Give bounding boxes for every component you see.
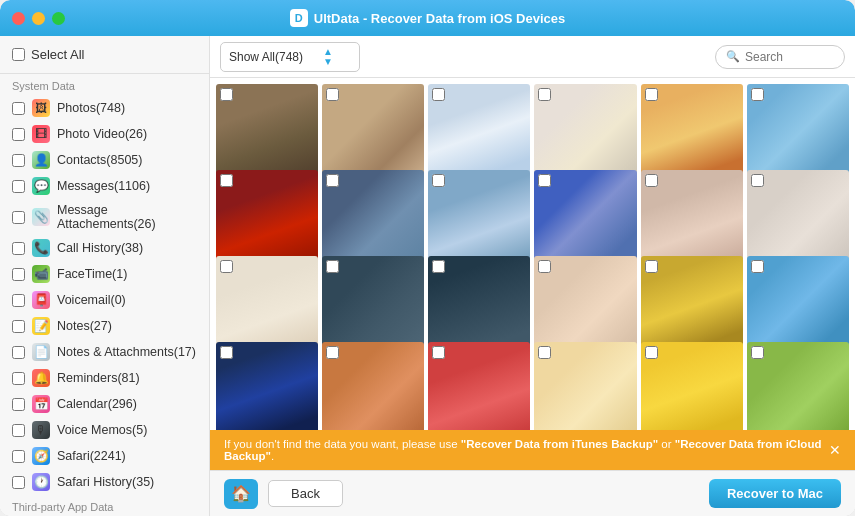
home-icon: 🏠 xyxy=(231,484,251,503)
photo-checkbox-3[interactable] xyxy=(538,88,551,101)
bottom-bar: 🏠 Back Recover to Mac xyxy=(210,470,855,516)
photo-checkbox-2[interactable] xyxy=(432,88,445,101)
sidebar-item-facetime[interactable]: 📹 FaceTime(1) xyxy=(0,261,209,287)
sidebar-item-photo-video[interactable]: 🎞 Photo Video(26) xyxy=(0,121,209,147)
facetime-label: FaceTime(1) xyxy=(57,267,127,281)
photo-checkbox-16[interactable] xyxy=(645,260,658,273)
photo-item-20[interactable] xyxy=(428,342,530,430)
sidebar-item-message-attachments[interactable]: 📎 Message Attachements(26) xyxy=(0,199,209,235)
photo-checkbox-8[interactable] xyxy=(432,174,445,187)
sidebar-item-call-history[interactable]: 📞 Call History(38) xyxy=(0,235,209,261)
photo-item-21[interactable] xyxy=(534,342,636,430)
filter-dropdown[interactable]: Show All(748) ▲ ▼ xyxy=(220,42,360,72)
voicemail-checkbox[interactable] xyxy=(12,294,25,307)
sidebar-item-calendar[interactable]: 📅 Calendar(296) xyxy=(0,391,209,417)
voice-memos-checkbox[interactable] xyxy=(12,424,25,437)
third-party-section-title: Third-party App Data xyxy=(0,495,209,516)
toolbar: Show All(748) ▲ ▼ 🔍 xyxy=(210,36,855,78)
message-attachments-icon: 📎 xyxy=(32,208,50,226)
safari-history-label: Safari History(35) xyxy=(57,475,154,489)
messages-checkbox[interactable] xyxy=(12,180,25,193)
photo-checkbox-20[interactable] xyxy=(432,346,445,359)
safari-checkbox[interactable] xyxy=(12,450,25,463)
photos-label: Photos(748) xyxy=(57,101,125,115)
photo-checkbox-18[interactable] xyxy=(220,346,233,359)
messages-icon: 💬 xyxy=(32,177,50,195)
reminders-checkbox[interactable] xyxy=(12,372,25,385)
sidebar-header[interactable]: Select All xyxy=(0,36,209,74)
select-all-checkbox[interactable] xyxy=(12,48,25,61)
select-all-label: Select All xyxy=(31,47,84,62)
notification-close-button[interactable]: ✕ xyxy=(829,443,841,457)
safari-history-checkbox[interactable] xyxy=(12,476,25,489)
photo-checkbox-0[interactable] xyxy=(220,88,233,101)
search-icon: 🔍 xyxy=(726,50,740,63)
home-button[interactable]: 🏠 xyxy=(224,479,258,509)
window-controls xyxy=(12,12,65,25)
photo-checkbox-9[interactable] xyxy=(538,174,551,187)
search-input[interactable] xyxy=(745,50,834,64)
photo-checkbox-23[interactable] xyxy=(751,346,764,359)
photo-video-icon: 🎞 xyxy=(32,125,50,143)
photo-checkbox-7[interactable] xyxy=(326,174,339,187)
sidebar: Select All System Data 🖼 Photos(748) 🎞 P… xyxy=(0,36,210,516)
sidebar-item-notes-attachments[interactable]: 📄 Notes & Attachments(17) xyxy=(0,339,209,365)
photo-checkbox-1[interactable] xyxy=(326,88,339,101)
photo-item-19[interactable] xyxy=(322,342,424,430)
photo-checkbox-10[interactable] xyxy=(645,174,658,187)
voicemail-icon: 📮 xyxy=(32,291,50,309)
photo-checkbox-13[interactable] xyxy=(326,260,339,273)
call-history-checkbox[interactable] xyxy=(12,242,25,255)
sidebar-item-messages[interactable]: 💬 Messages(1106) xyxy=(0,173,209,199)
photo-checkbox-4[interactable] xyxy=(645,88,658,101)
voicemail-label: Voicemail(0) xyxy=(57,293,126,307)
sidebar-item-safari[interactable]: 🧭 Safari(2241) xyxy=(0,443,209,469)
filter-label: Show All(748) xyxy=(229,50,303,64)
calendar-label: Calendar(296) xyxy=(57,397,137,411)
photos-checkbox[interactable] xyxy=(12,102,25,115)
photo-video-checkbox[interactable] xyxy=(12,128,25,141)
notes-label: Notes(27) xyxy=(57,319,112,333)
photo-checkbox-19[interactable] xyxy=(326,346,339,359)
photo-checkbox-21[interactable] xyxy=(538,346,551,359)
photos-grid xyxy=(210,78,855,430)
notification-text: If you don't find the data you want, ple… xyxy=(224,438,829,462)
sidebar-item-contacts[interactable]: 👤 Contacts(8505) xyxy=(0,147,209,173)
maximize-button[interactable] xyxy=(52,12,65,25)
recover-button[interactable]: Recover to Mac xyxy=(709,479,841,508)
search-box: 🔍 xyxy=(715,45,845,69)
call-history-icon: 📞 xyxy=(32,239,50,257)
back-button[interactable]: Back xyxy=(268,480,343,507)
message-attachments-checkbox[interactable] xyxy=(12,211,25,224)
sidebar-item-notes[interactable]: 📝 Notes(27) xyxy=(0,313,209,339)
photo-checkbox-22[interactable] xyxy=(645,346,658,359)
photos-icon: 🖼 xyxy=(32,99,50,117)
close-button[interactable] xyxy=(12,12,25,25)
notes-attachments-label: Notes & Attachments(17) xyxy=(57,345,196,359)
photo-checkbox-6[interactable] xyxy=(220,174,233,187)
facetime-checkbox[interactable] xyxy=(12,268,25,281)
photo-item-18[interactable] xyxy=(216,342,318,430)
photo-checkbox-5[interactable] xyxy=(751,88,764,101)
notification-banner: If you don't find the data you want, ple… xyxy=(210,430,855,470)
photo-checkbox-17[interactable] xyxy=(751,260,764,273)
sidebar-item-voicemail[interactable]: 📮 Voicemail(0) xyxy=(0,287,209,313)
sidebar-item-photos[interactable]: 🖼 Photos(748) xyxy=(0,95,209,121)
sidebar-item-reminders[interactable]: 🔔 Reminders(81) xyxy=(0,365,209,391)
contacts-checkbox[interactable] xyxy=(12,154,25,167)
photo-checkbox-14[interactable] xyxy=(432,260,445,273)
photo-checkbox-12[interactable] xyxy=(220,260,233,273)
photo-checkbox-15[interactable] xyxy=(538,260,551,273)
calendar-checkbox[interactable] xyxy=(12,398,25,411)
photo-checkbox-11[interactable] xyxy=(751,174,764,187)
notes-checkbox[interactable] xyxy=(12,320,25,333)
minimize-button[interactable] xyxy=(32,12,45,25)
messages-label: Messages(1106) xyxy=(57,179,150,193)
main-content: Show All(748) ▲ ▼ 🔍 If you don't find th… xyxy=(210,36,855,516)
message-attachments-label: Message Attachements(26) xyxy=(57,203,197,231)
sidebar-item-safari-history[interactable]: 🕐 Safari History(35) xyxy=(0,469,209,495)
photo-item-22[interactable] xyxy=(641,342,743,430)
sidebar-item-voice-memos[interactable]: 🎙 Voice Memos(5) xyxy=(0,417,209,443)
notes-attachments-checkbox[interactable] xyxy=(12,346,25,359)
photo-item-23[interactable] xyxy=(747,342,849,430)
